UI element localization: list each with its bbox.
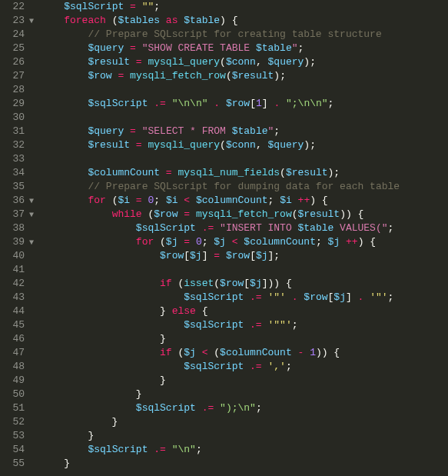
- line-number[interactable]: 33: [3, 152, 25, 166]
- code-line[interactable]: $sqlScript .= '"' . $row[$j] . '"';: [40, 291, 448, 305]
- line-number-text: 46: [12, 333, 25, 345]
- line-number[interactable]: 22: [3, 0, 25, 14]
- code-area[interactable]: $sqlScript = ""; foreach ($tables as $ta…: [29, 0, 448, 476]
- code-line[interactable]: }: [40, 457, 448, 471]
- line-number-text: 34: [12, 167, 25, 178]
- code-line[interactable]: $result = mysqli_query($conn, $query);: [40, 55, 448, 69]
- code-line[interactable]: $query = "SHOW CREATE TABLE $table";: [40, 42, 448, 55]
- code-line[interactable]: // Prepare SQLscript for dumping data fo…: [40, 180, 448, 194]
- line-number[interactable]: 43: [3, 291, 25, 305]
- line-number-text: 45: [12, 319, 25, 331]
- code-line[interactable]: [40, 263, 448, 277]
- line-number-text: 30: [12, 112, 25, 123]
- code-line[interactable]: $sqlScript .= "\n";: [40, 443, 448, 457]
- line-number-text: 29: [12, 98, 25, 109]
- line-number[interactable]: 35: [3, 180, 25, 194]
- code-line[interactable]: foreach ($tables as $table) {: [40, 14, 448, 28]
- fold-icon[interactable]: ▼: [29, 208, 34, 222]
- code-line[interactable]: $sqlScript = "";: [40, 0, 448, 14]
- code-line[interactable]: $row = mysqli_fetch_row($result);: [40, 69, 448, 83]
- code-line[interactable]: [40, 111, 448, 125]
- code-line[interactable]: [40, 83, 448, 97]
- line-number[interactable]: 36▼: [3, 194, 25, 208]
- line-number[interactable]: 32: [3, 138, 25, 152]
- line-number[interactable]: 40: [3, 249, 25, 263]
- line-number[interactable]: 34: [3, 166, 25, 180]
- line-number[interactable]: 41: [3, 263, 25, 277]
- line-number-text: 35: [12, 181, 25, 192]
- code-line[interactable]: $sqlScript .= ");\n";: [40, 401, 448, 415]
- code-line[interactable]: }: [40, 374, 448, 388]
- line-number[interactable]: 55: [3, 457, 25, 471]
- line-number-text: 53: [12, 430, 25, 441]
- line-number[interactable]: 31: [3, 125, 25, 138]
- code-line[interactable]: if (isset($row[$j])) {: [40, 277, 448, 291]
- code-line[interactable]: $sqlScript .= '""';: [40, 318, 448, 332]
- code-line[interactable]: $sqlScript .= ',';: [40, 360, 448, 374]
- line-number[interactable]: 25: [3, 42, 25, 55]
- line-number[interactable]: 45: [3, 318, 25, 332]
- line-number[interactable]: 23▼: [3, 14, 25, 28]
- code-line[interactable]: $columnCount = mysqli_num_fields($result…: [40, 166, 448, 180]
- line-number[interactable]: 30: [3, 111, 25, 125]
- code-line[interactable]: }: [40, 429, 448, 443]
- line-number[interactable]: 27: [3, 69, 25, 83]
- line-number[interactable]: 44: [3, 305, 25, 318]
- line-number-text: 31: [12, 125, 25, 137]
- code-line[interactable]: if ($j < ($columnCount - 1)) {: [40, 346, 448, 360]
- line-number-text: 48: [12, 361, 25, 372]
- line-number[interactable]: 49: [3, 374, 25, 388]
- line-number[interactable]: 29: [3, 97, 25, 111]
- line-number[interactable]: 26: [3, 55, 25, 69]
- fold-icon[interactable]: ▼: [29, 195, 34, 208]
- line-number-text: 24: [12, 28, 25, 40]
- line-number-text: 50: [12, 388, 25, 400]
- line-number-text: 42: [12, 278, 25, 289]
- line-number[interactable]: 38: [3, 221, 25, 235]
- line-number[interactable]: 52: [3, 415, 25, 429]
- line-number-text: 47: [12, 347, 25, 358]
- line-number[interactable]: 48: [3, 360, 25, 374]
- fold-icon[interactable]: ▼: [29, 15, 34, 28]
- line-number[interactable]: 50: [3, 388, 25, 401]
- line-number-text: 36: [12, 195, 25, 206]
- line-number[interactable]: 53: [3, 429, 25, 443]
- code-line[interactable]: for ($i = 0; $i < $columnCount; $i ++) {: [40, 194, 448, 208]
- line-number-text: 25: [12, 42, 25, 54]
- line-number-text: 32: [12, 139, 25, 151]
- line-number-text: 52: [12, 416, 25, 428]
- line-number[interactable]: 51: [3, 401, 25, 415]
- code-editor[interactable]: 2223▼24252627282930313233343536▼37▼3839▼…: [0, 0, 448, 476]
- line-number-text: 37: [12, 208, 25, 220]
- code-line[interactable]: // Prepare SQLscript for creating table …: [40, 28, 448, 42]
- code-line[interactable]: }: [40, 388, 448, 401]
- line-number[interactable]: 24: [3, 28, 25, 42]
- line-number-text: 22: [12, 1, 25, 12]
- line-number[interactable]: 46: [3, 332, 25, 346]
- line-number[interactable]: 39▼: [3, 235, 25, 249]
- line-number[interactable]: 54: [3, 443, 25, 457]
- line-number[interactable]: 28: [3, 83, 25, 97]
- code-line[interactable]: $row[$j] = $row[$j];: [40, 249, 448, 263]
- fold-icon[interactable]: ▼: [29, 236, 34, 250]
- line-number-text: 51: [12, 402, 25, 414]
- line-number-gutter[interactable]: 2223▼24252627282930313233343536▼37▼3839▼…: [0, 0, 29, 476]
- line-number-text: 23: [12, 15, 25, 26]
- code-line[interactable]: $result = mysqli_query($conn, $query);: [40, 138, 448, 152]
- code-line[interactable]: $query = "SELECT * FROM $table";: [40, 125, 448, 138]
- line-number[interactable]: 37▼: [3, 208, 25, 221]
- code-line[interactable]: }: [40, 415, 448, 429]
- code-line[interactable]: }: [40, 332, 448, 346]
- line-number-text: 28: [12, 84, 25, 95]
- code-line[interactable]: while ($row = mysqli_fetch_row($result))…: [40, 208, 448, 221]
- code-line[interactable]: for ($j = 0; $j < $columnCount; $j ++) {: [40, 235, 448, 249]
- line-number-text: 39: [12, 236, 25, 248]
- code-line[interactable]: } else {: [40, 305, 448, 318]
- line-number-text: 26: [12, 56, 25, 68]
- code-line[interactable]: $sqlScript .= "INSERT INTO $table VALUES…: [40, 221, 448, 235]
- code-line[interactable]: $sqlScript .= "\n\n" . $row[1] . ";\n\n"…: [40, 97, 448, 111]
- code-line[interactable]: [40, 152, 448, 166]
- line-number-text: 44: [12, 305, 25, 317]
- line-number[interactable]: 42: [3, 277, 25, 291]
- line-number[interactable]: 47: [3, 346, 25, 360]
